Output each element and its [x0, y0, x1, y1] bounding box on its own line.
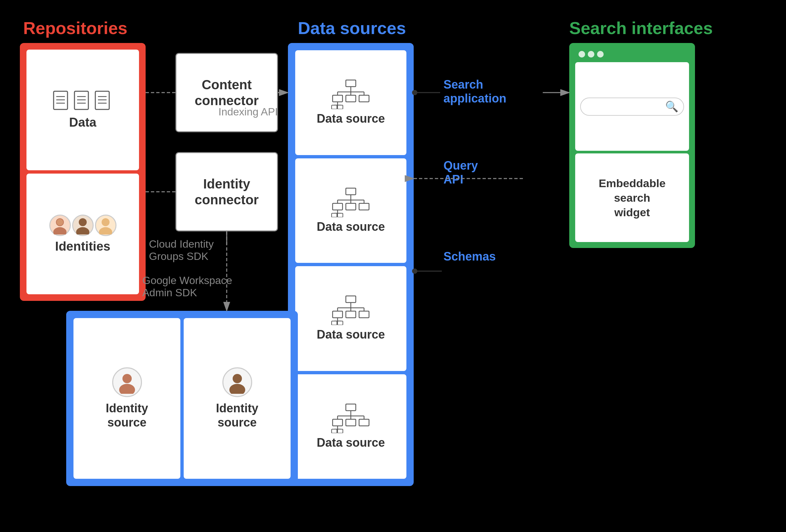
svg-rect-19	[346, 80, 356, 87]
cloud-identity-label: Cloud IdentityGroups SDK	[149, 238, 214, 263]
search-top-bar	[575, 49, 689, 59]
svg-rect-53	[359, 311, 369, 318]
identity-connector-box: Identityconnector	[176, 152, 278, 232]
hierarchy-icon-1	[331, 79, 371, 109]
identities-label: Identities	[55, 239, 111, 253]
identity-source-1-label: Identitysource	[106, 401, 148, 430]
content-connector-label: Contentconnector	[194, 77, 258, 108]
data-source-2: Data source	[295, 159, 407, 263]
svg-point-74	[229, 384, 245, 394]
identity-connector-label: Identityconnector	[194, 176, 258, 208]
svg-point-71	[122, 374, 132, 383]
person-icon-3	[95, 215, 116, 236]
identity-source-2: Identitysource	[184, 318, 291, 479]
doc-icon-2	[74, 91, 92, 112]
doc-icon-3	[95, 91, 113, 112]
data-sources-box: Data source Data source	[288, 43, 414, 486]
data-source-4: Data source	[295, 374, 407, 479]
person-icon-2	[72, 215, 94, 236]
identity-source-1-icon	[112, 367, 142, 397]
svg-point-13	[53, 227, 67, 235]
data-source-4-label: Data source	[317, 436, 385, 450]
widget-box: Embeddablesearchwidget	[575, 153, 689, 242]
data-sources-label: Data sources	[298, 18, 406, 38]
identities-box: Identities	[26, 174, 139, 294]
data-icons	[53, 91, 113, 112]
window-dot-3	[597, 51, 604, 57]
svg-rect-58	[346, 404, 356, 411]
svg-rect-4	[74, 91, 88, 110]
identity-source-2-label: Identitysource	[216, 401, 258, 430]
svg-rect-39	[346, 203, 356, 210]
doc-icon-1	[53, 91, 71, 112]
data-source-3-label: Data source	[317, 328, 385, 342]
data-label: Data	[69, 115, 96, 129]
svg-rect-40	[359, 203, 369, 210]
svg-rect-45	[346, 296, 356, 303]
person-icon-1	[49, 215, 71, 236]
svg-rect-0	[54, 91, 68, 110]
search-bar[interactable]: 🔍	[580, 98, 684, 116]
hierarchy-icon-2	[331, 188, 371, 217]
hierarchy-icon-4	[331, 403, 371, 433]
svg-rect-27	[359, 95, 369, 102]
identity-sources-box: Identitysource Identitysource	[66, 311, 298, 486]
widget-label: Embeddablesearchwidget	[599, 176, 666, 220]
google-workspace-label: Google WorkspaceAdmin SDK	[142, 274, 232, 299]
svg-point-18	[99, 227, 112, 235]
window-dot-2	[588, 51, 594, 57]
svg-rect-56	[331, 321, 337, 325]
svg-rect-8	[95, 91, 109, 110]
search-application-label: Searchapplication	[443, 78, 506, 105]
svg-rect-51	[332, 311, 343, 318]
search-interfaces-label: Search interfaces	[569, 18, 713, 38]
svg-point-14	[56, 219, 63, 225]
svg-rect-69	[331, 429, 337, 433]
svg-point-15	[79, 218, 87, 226]
svg-rect-25	[332, 95, 343, 102]
data-source-2-label: Data source	[317, 220, 385, 234]
svg-rect-31	[338, 105, 343, 109]
svg-rect-38	[332, 203, 343, 210]
identity-source-2-icon	[223, 367, 252, 397]
repositories-box: Data	[20, 43, 146, 301]
svg-rect-65	[346, 419, 356, 426]
hierarchy-icon-3	[331, 295, 371, 325]
svg-rect-64	[332, 419, 343, 426]
search-bar-box: 🔍	[575, 62, 689, 151]
svg-rect-32	[346, 188, 356, 195]
indexing-api-label: Indexing API	[218, 106, 278, 118]
svg-point-73	[233, 374, 242, 383]
svg-rect-44	[338, 213, 343, 217]
svg-point-72	[119, 384, 135, 394]
svg-rect-30	[331, 105, 337, 109]
identity-icons	[49, 215, 116, 236]
content-connector-box: Contentconnector	[176, 53, 278, 132]
search-interfaces-box: 🔍 Embeddablesearchwidget	[569, 43, 695, 248]
repositories-label: Repositories	[23, 18, 128, 38]
identity-source-1: Identitysource	[73, 318, 180, 479]
svg-rect-26	[346, 95, 356, 102]
diagram-container: Repositories Data sources Search interfa…	[0, 0, 786, 532]
svg-rect-43	[331, 213, 337, 217]
query-api-label: QueryAPI	[443, 159, 478, 187]
svg-rect-52	[346, 311, 356, 318]
svg-point-16	[76, 227, 89, 235]
data-source-1: Data source	[295, 50, 407, 155]
schemas-label: Schemas	[443, 250, 496, 264]
svg-point-17	[101, 218, 110, 226]
data-source-1-label: Data source	[317, 112, 385, 126]
search-icon: 🔍	[665, 100, 678, 113]
window-dot-1	[578, 51, 585, 57]
data-box: Data	[26, 50, 139, 170]
data-source-3: Data source	[295, 266, 407, 371]
svg-rect-57	[338, 321, 343, 325]
svg-rect-66	[359, 419, 369, 426]
svg-rect-70	[338, 429, 343, 433]
